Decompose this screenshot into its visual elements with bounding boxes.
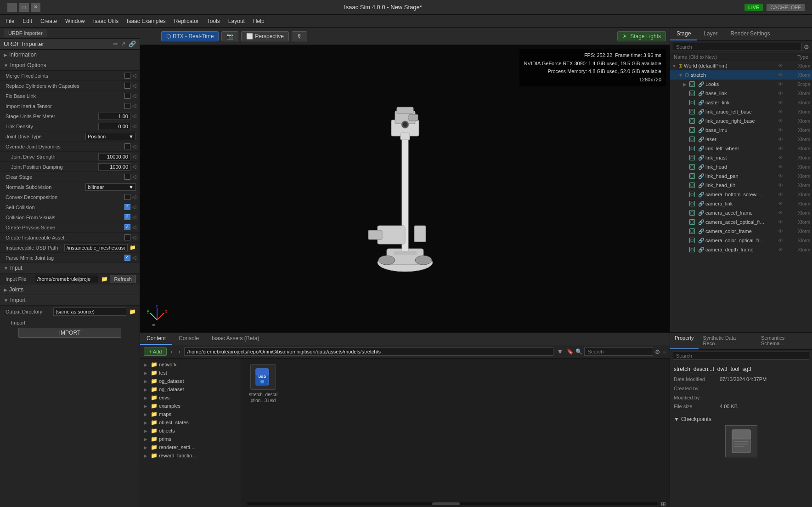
item-visibility-icon[interactable]: 👁 [778, 118, 783, 124]
menu-help[interactable]: Help [249, 17, 268, 26]
instanceable-usd-path-input[interactable] [64, 244, 128, 251]
menu-isaac-examples[interactable]: Isaac Examples [123, 17, 169, 26]
item-link-icon[interactable]: 🔗 [698, 247, 705, 253]
stage-item-camera-accel-frame[interactable]: ⬡ 🔗 camera_accel_frame 👁 Xform [670, 208, 812, 217]
import-button[interactable]: IMPORT [18, 328, 121, 338]
stage-item-world[interactable]: ▼ ⊞ World (defaultPrim) 👁 Xform [670, 61, 812, 70]
world-visibility-icon[interactable]: 👁 [778, 63, 783, 68]
stage-item-link-head-tilt[interactable]: ⬡ 🔗 link_head_tilt 👁 Xform [670, 181, 812, 190]
stretch-expand-arrow[interactable]: ▼ [678, 73, 685, 78]
semantics-schema-tab[interactable]: Semantics Schema... [756, 333, 812, 349]
joints-section-header[interactable]: ▶ Joints [0, 285, 140, 295]
import-section-header[interactable]: ▼ Import [0, 295, 140, 306]
item-link-icon[interactable]: 🔗 [698, 137, 705, 142]
collision-from-visuals-checkbox[interactable] [124, 214, 130, 220]
add-content-button[interactable]: + Add [144, 347, 167, 356]
item-visibility-icon[interactable]: 👁 [778, 182, 783, 188]
item-link-icon[interactable]: 🔗 [698, 192, 705, 198]
menu-layout[interactable]: Layout [225, 17, 248, 26]
merge-fixed-joints-checkbox[interactable] [124, 73, 130, 79]
stage-item-base-link[interactable]: ⬡ 🔗 base_link 👁 Xform [670, 89, 812, 98]
stage-units-input[interactable] [98, 113, 130, 120]
override-joint-dynamics-reset[interactable]: ◁ [132, 143, 136, 149]
joint-drive-type-dropdown[interactable]: Position ▼ [85, 133, 136, 140]
layer-tab[interactable]: Layer [697, 28, 724, 40]
content-search-input[interactable] [584, 347, 653, 356]
merge-fixed-joints-reset[interactable]: ◁ [132, 73, 136, 79]
create-instanceable-reset[interactable]: ◁ [132, 234, 136, 240]
nav-forward-button[interactable]: › [176, 347, 182, 356]
collision-from-visuals-reset[interactable]: ◁ [132, 214, 136, 220]
joint-drive-strength-input[interactable] [98, 153, 130, 160]
convex-decomp-checkbox[interactable] [124, 194, 130, 200]
tree-item-og-dataset-2[interactable]: ▶ 📁 og_dataset [140, 385, 241, 393]
property-search-input[interactable] [673, 352, 809, 360]
console-tab[interactable]: Console [172, 333, 205, 345]
stage-item-link-head-pan[interactable]: ⬡ 🔗 link_head_pan 👁 Xform [670, 171, 812, 181]
create-instanceable-checkbox[interactable] [124, 234, 130, 240]
output-dir-folder-icon[interactable]: 📁 [129, 308, 136, 315]
camera-settings-button[interactable]: 📷 [221, 31, 238, 41]
item-visibility-icon[interactable]: 👁 [778, 173, 783, 179]
input-file-input[interactable] [35, 275, 98, 283]
content-scrollbar-thumb[interactable] [432, 502, 460, 505]
normals-subdivision-dropdown[interactable]: bilinear ▼ [85, 183, 136, 191]
import-options-section-header[interactable]: ▼ Import Options [0, 60, 140, 71]
stage-item-camera-accel-optical-fr---[interactable]: ⬡ 🔗 camera_accel_optical_fr... 👁 Xform [670, 217, 812, 227]
link-out-icon[interactable]: ↗ [121, 40, 126, 47]
link-density-reset[interactable]: ◁ [132, 123, 136, 129]
stage-lights-button[interactable]: ☀ Stage Lights [617, 31, 666, 41]
item-link-icon[interactable]: 🔗 [698, 201, 705, 207]
menu-create[interactable]: Create [37, 17, 61, 26]
replace-cylinders-reset[interactable]: ◁ [132, 83, 136, 89]
file-browse-icon[interactable]: 📁 [101, 276, 108, 282]
create-physics-scene-reset[interactable]: ◁ [132, 224, 136, 230]
menu-file[interactable]: File [2, 17, 18, 26]
item-visibility-icon[interactable]: 👁 [778, 155, 783, 160]
information-section-header[interactable]: ▶ Information [0, 50, 140, 60]
item-link-icon[interactable]: 🔗 [698, 118, 705, 124]
stage-item-link-mast[interactable]: ⬡ 🔗 link_mast 👁 Xform [670, 153, 812, 162]
stage-item-caster-link[interactable]: ⬡ 🔗 caster_link 👁 Xform [670, 98, 812, 107]
item-visibility-icon[interactable]: 👁 [778, 219, 783, 225]
stage-item-link-head[interactable]: ⬡ 🔗 link_head 👁 Xform [670, 162, 812, 171]
item-link-icon[interactable]: 🔗 [698, 100, 705, 106]
item-link-icon[interactable]: 🔗 [698, 91, 705, 97]
item-link-icon[interactable]: 🔗 [698, 238, 705, 244]
clear-stage-checkbox[interactable] [124, 174, 130, 180]
item-link-icon[interactable]: 🔗 [698, 173, 705, 179]
override-joint-dynamics-checkbox[interactable] [124, 143, 130, 149]
stage-item-laser[interactable]: ⬡ 🔗 laser 👁 Xform [670, 135, 812, 144]
stage-item-link-left-wheel[interactable]: ⬡ 🔗 link_left_wheel 👁 Xform [670, 144, 812, 153]
file-item-stretch-usd[interactable]: USD stretch_description...3.usd [245, 362, 282, 405]
stage-item-base-imu[interactable]: ⬡ 🔗 base_imu 👁 Xform [670, 125, 812, 135]
tree-item-envs[interactable]: ▶ 📁 envs [140, 393, 241, 402]
parse-mimic-checkbox[interactable] [124, 255, 130, 261]
item-visibility-icon[interactable]: 👁 [778, 247, 783, 252]
search-icon[interactable]: 🔍 [575, 348, 582, 355]
stage-item-camera-color-optical-fr---[interactable]: ⬡ 🔗 camera_color_optical_fr... 👁 Xform [670, 236, 812, 245]
joint-position-damping-input[interactable] [98, 163, 130, 171]
tree-item-object-states[interactable]: ▶ 📁 object_states [140, 418, 241, 427]
stage-search-input[interactable] [673, 43, 802, 51]
item-visibility-icon[interactable]: 👁 [778, 210, 783, 216]
menu-window[interactable]: Window [62, 17, 89, 26]
usd-path-folder-icon[interactable]: 📁 [130, 245, 136, 251]
fix-base-link-checkbox[interactable] [124, 93, 130, 99]
stage-item-link-aruco-left-base[interactable]: ⬡ 🔗 link_aruco_left_base 👁 Xform [670, 107, 812, 116]
item-visibility-icon[interactable]: 👁 [778, 127, 783, 133]
replace-cylinders-checkbox[interactable] [124, 83, 130, 89]
content-scrollbar-track[interactable] [247, 502, 658, 505]
item-visibility-icon[interactable]: 👁 [778, 100, 783, 105]
tree-item-renderer-settings[interactable]: ▶ 📁 renderer_setti... [140, 443, 241, 451]
tree-item-og-dataset-1[interactable]: ▶ 📁 og_dataset [140, 377, 241, 385]
tree-item-network[interactable]: ▶ 📁 network [140, 360, 241, 369]
stage-filter-icon[interactable]: ⚙ [804, 44, 809, 51]
item-link-icon[interactable]: 🔗 [698, 146, 705, 152]
item-visibility-icon[interactable]: 👁 [778, 109, 783, 114]
content-tab[interactable]: Content [140, 333, 172, 345]
tree-item-objects[interactable]: ▶ 📁 objects [140, 427, 241, 435]
render-settings-tab[interactable]: Render Settings [724, 28, 776, 40]
urdf-importer-tab[interactable]: URDF Importer [4, 29, 47, 37]
joint-drive-strength-reset[interactable]: ◁ [132, 154, 136, 160]
